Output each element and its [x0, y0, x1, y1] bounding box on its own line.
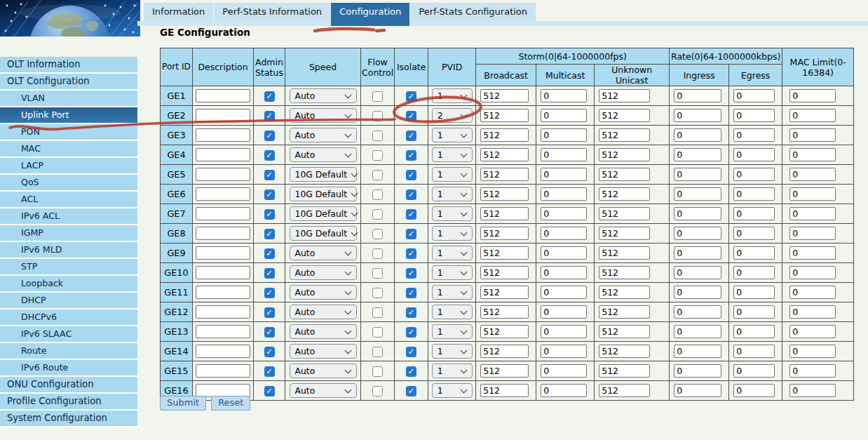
unknown-unicast-input-ge3[interactable] — [599, 128, 650, 142]
broadcast-input-ge7[interactable] — [480, 207, 529, 220]
ingress-input-ge9[interactable] — [674, 246, 721, 260]
egress-input-ge1[interactable] — [733, 89, 775, 102]
unknown-unicast-input-ge4[interactable] — [599, 148, 650, 161]
sidebar-item-onu-configuration[interactable]: ONU Configuration — [0, 377, 137, 392]
admin-status-checkbox-ge16[interactable]: ✓ — [264, 386, 275, 396]
egress-input-ge4[interactable] — [733, 148, 775, 161]
description-input-ge6[interactable] — [196, 187, 250, 201]
flow-control-checkbox-ge11[interactable] — [372, 288, 383, 298]
broadcast-input-ge15[interactable] — [480, 364, 529, 378]
broadcast-input-ge16[interactable] — [480, 384, 529, 397]
mac-limit-input-ge15[interactable] — [789, 364, 836, 378]
unknown-unicast-input-ge10[interactable] — [599, 266, 650, 279]
sidebar-item-dhcpv6[interactable]: DHCPv6 — [0, 309, 137, 325]
pvid-select-ge12[interactable]: 1 — [432, 305, 473, 319]
description-input-ge9[interactable] — [196, 246, 250, 260]
pvid-select-ge6[interactable]: 1 — [432, 187, 473, 201]
pvid-select-ge11[interactable]: 1 — [432, 285, 473, 300]
multicast-input-ge3[interactable] — [541, 128, 587, 142]
broadcast-input-ge3[interactable] — [480, 128, 529, 142]
pvid-select-ge7[interactable]: 1 — [432, 206, 473, 221]
ingress-input-ge15[interactable] — [674, 364, 721, 378]
broadcast-input-ge5[interactable] — [480, 168, 529, 181]
broadcast-input-ge14[interactable] — [480, 345, 529, 358]
broadcast-input-ge2[interactable] — [480, 109, 529, 122]
isolate-checkbox-ge9[interactable]: ✓ — [406, 248, 416, 259]
description-input-ge10[interactable] — [196, 266, 250, 279]
speed-select-ge5[interactable]: 10G Default — [290, 167, 357, 182]
multicast-input-ge2[interactable] — [541, 109, 587, 122]
description-input-ge7[interactable] — [196, 207, 250, 220]
speed-select-ge16[interactable]: Auto — [290, 383, 357, 398]
isolate-checkbox-ge13[interactable]: ✓ — [406, 327, 416, 338]
unknown-unicast-input-ge6[interactable] — [599, 187, 650, 201]
isolate-checkbox-ge1[interactable]: ✓ — [406, 91, 416, 102]
admin-status-checkbox-ge13[interactable]: ✓ — [264, 327, 275, 338]
admin-status-checkbox-ge9[interactable]: ✓ — [264, 248, 275, 259]
pvid-select-ge13[interactable]: 1 — [432, 324, 473, 339]
egress-input-ge14[interactable] — [733, 345, 775, 358]
egress-input-ge12[interactable] — [733, 305, 775, 319]
tab-information[interactable]: Information — [144, 3, 213, 21]
mac-limit-input-ge16[interactable] — [789, 384, 836, 397]
ingress-input-ge8[interactable] — [674, 227, 721, 240]
pvid-select-ge3[interactable]: 1 — [432, 128, 473, 142]
flow-control-checkbox-ge3[interactable] — [372, 131, 383, 141]
ingress-input-ge1[interactable] — [674, 89, 721, 102]
multicast-input-ge8[interactable] — [541, 227, 587, 240]
speed-select-ge3[interactable]: Auto — [290, 128, 357, 142]
speed-select-ge11[interactable]: Auto — [290, 285, 357, 300]
unknown-unicast-input-ge15[interactable] — [599, 364, 650, 378]
pvid-select-ge15[interactable]: 1 — [432, 364, 473, 378]
isolate-checkbox-ge5[interactable]: ✓ — [406, 170, 416, 180]
pvid-select-ge16[interactable]: 1 — [432, 383, 473, 398]
sidebar-item-loopback[interactable]: Loopback — [0, 276, 137, 291]
multicast-input-ge6[interactable] — [541, 187, 587, 201]
ingress-input-ge3[interactable] — [674, 128, 721, 142]
flow-control-checkbox-ge6[interactable] — [372, 189, 383, 200]
flow-control-checkbox-ge12[interactable] — [372, 307, 383, 318]
ingress-input-ge16[interactable] — [674, 384, 721, 397]
flow-control-checkbox-ge10[interactable] — [372, 268, 383, 279]
flow-control-checkbox-ge14[interactable] — [372, 347, 383, 357]
egress-input-ge6[interactable] — [733, 187, 775, 201]
admin-status-checkbox-ge7[interactable]: ✓ — [264, 209, 275, 220]
multicast-input-ge16[interactable] — [541, 384, 587, 397]
sidebar-item-qos[interactable]: QoS — [0, 175, 137, 190]
egress-input-ge11[interactable] — [733, 286, 775, 299]
mac-limit-input-ge14[interactable] — [789, 345, 836, 358]
flow-control-checkbox-ge13[interactable] — [372, 327, 383, 338]
ingress-input-ge14[interactable] — [674, 345, 721, 358]
speed-select-ge2[interactable]: Auto — [290, 108, 357, 123]
mac-limit-input-ge11[interactable] — [789, 286, 836, 299]
mac-limit-input-ge10[interactable] — [789, 266, 836, 279]
isolate-checkbox-ge16[interactable]: ✓ — [406, 386, 416, 396]
broadcast-input-ge12[interactable] — [480, 305, 529, 319]
speed-select-ge10[interactable]: Auto — [290, 265, 357, 280]
isolate-checkbox-ge7[interactable]: ✓ — [406, 209, 416, 220]
broadcast-input-ge8[interactable] — [480, 227, 529, 240]
multicast-input-ge1[interactable] — [541, 89, 587, 102]
unknown-unicast-input-ge8[interactable] — [599, 227, 650, 240]
sidebar-item-olt-information[interactable]: OLT Information — [0, 57, 137, 72]
unknown-unicast-input-ge7[interactable] — [599, 207, 650, 220]
sidebar-item-ipv6-mld[interactable]: IPv6 MLD — [0, 242, 137, 258]
ingress-input-ge7[interactable] — [674, 207, 721, 220]
mac-limit-input-ge4[interactable] — [789, 148, 836, 161]
description-input-ge3[interactable] — [196, 128, 250, 142]
ingress-input-ge6[interactable] — [674, 187, 721, 201]
sidebar-item-system-configuration[interactable]: System Configuration — [0, 411, 137, 426]
egress-input-ge15[interactable] — [733, 364, 775, 378]
description-input-ge11[interactable] — [196, 286, 250, 299]
description-input-ge8[interactable] — [196, 227, 250, 240]
mac-limit-input-ge7[interactable] — [789, 207, 836, 220]
sidebar-item-mac[interactable]: MAC — [0, 141, 137, 156]
sidebar-item-lacp[interactable]: LACP — [0, 158, 137, 173]
sidebar-item-uplink-port[interactable]: Uplink Port — [0, 107, 137, 123]
admin-status-checkbox-ge2[interactable]: ✓ — [264, 111, 275, 121]
egress-input-ge9[interactable] — [733, 246, 775, 260]
ingress-input-ge4[interactable] — [674, 148, 721, 161]
description-input-ge2[interactable] — [196, 109, 250, 122]
multicast-input-ge5[interactable] — [541, 168, 587, 181]
admin-status-checkbox-ge14[interactable]: ✓ — [264, 347, 275, 357]
